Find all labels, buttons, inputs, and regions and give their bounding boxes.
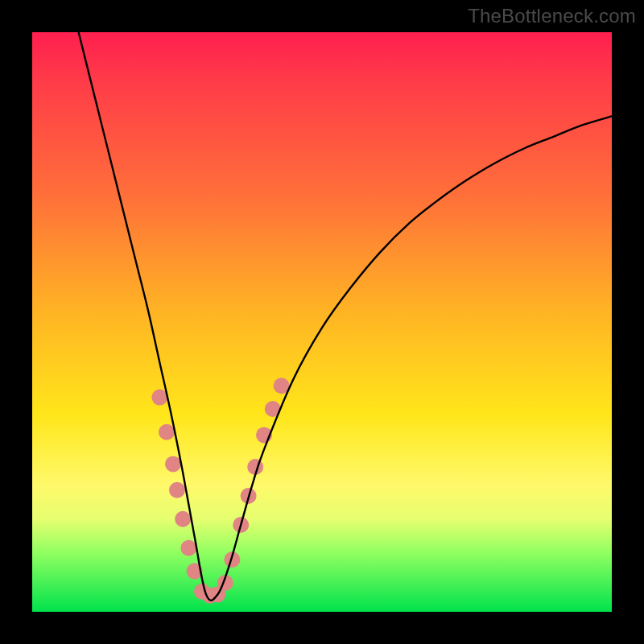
highlight-dot xyxy=(159,424,175,440)
watermark-text: TheBottleneck.com xyxy=(468,5,636,27)
highlight-dot xyxy=(180,540,196,556)
highlight-dot xyxy=(169,482,185,498)
outer-frame: TheBottleneck.com xyxy=(0,0,644,644)
dots-layer xyxy=(151,378,289,604)
plot-area xyxy=(32,32,612,612)
chart-svg xyxy=(32,32,612,612)
bottleneck-curve xyxy=(79,32,612,601)
highlight-dot xyxy=(175,511,191,527)
highlight-dot xyxy=(165,456,181,472)
